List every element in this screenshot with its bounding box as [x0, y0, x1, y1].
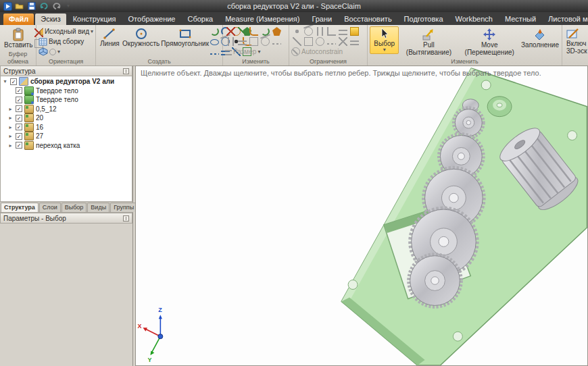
snap-icon[interactable] — [350, 27, 359, 36]
mirror-icon[interactable] — [228, 37, 234, 46]
tab-design[interactable]: Конструкция — [68, 14, 122, 25]
fill-button[interactable]: Заполнение — [520, 26, 560, 50]
select-button[interactable]: Выбор ▾ — [370, 26, 399, 54]
panel-tab-groups[interactable]: Группы — [110, 203, 137, 212]
checkbox[interactable]: ✓ — [16, 133, 22, 140]
expander-closed-icon[interactable]: ▸ — [7, 106, 14, 112]
pattern-icon[interactable] — [272, 43, 281, 45]
pull-button[interactable]: Pull (Вытягивание) — [399, 26, 458, 57]
sketch-view-button[interactable]: Вид сборку — [39, 36, 93, 47]
save-icon[interactable] — [27, 2, 36, 11]
open-icon[interactable] — [15, 2, 24, 11]
group-label-clipboard: Буфер обмена — [0, 51, 36, 66]
offset-constraint-icon[interactable] — [350, 41, 359, 45]
panel-tab-views[interactable]: Виды — [87, 203, 109, 212]
viewport[interactable]: Щелкните объект. Дважды щелкните, чтобы … — [135, 66, 588, 366]
split-icon[interactable] — [272, 27, 281, 36]
tab-workbench[interactable]: Workbench — [450, 14, 498, 25]
tab-repair[interactable]: Восстановить — [339, 14, 397, 25]
coincident-icon[interactable] — [293, 27, 301, 36]
qat-customize-icon[interactable]: ▾ — [64, 2, 73, 11]
tree-item[interactable]: ▸ ✓ переход катка — [1, 141, 132, 151]
tree-item[interactable]: ▸ ✓ 16 — [1, 123, 132, 132]
expander-closed-icon[interactable]: ▸ — [7, 115, 14, 121]
assembly-icon — [19, 77, 28, 86]
window-title: сборка редуктора V2 али - SpaceClaim — [0, 2, 588, 10]
parallel-icon[interactable] — [317, 27, 323, 36]
tree-item[interactable]: ✓ Твердое тело — [1, 86, 132, 96]
tree-item[interactable]: ▸ ✓ 0,5_12 — [1, 105, 132, 114]
tree-item[interactable]: ▸ ✓ 20 — [1, 113, 132, 123]
tree-item-label: 0,5_12 — [36, 105, 57, 113]
checkbox[interactable]: ✓ — [16, 87, 22, 94]
panel-tab-layers[interactable]: Слои — [39, 203, 61, 212]
tab-facets[interactable]: Грани — [306, 14, 337, 25]
checkbox[interactable]: ✓ — [16, 105, 22, 112]
tree-item[interactable]: ▸ ✓ 27 — [1, 132, 132, 141]
tree-item-label: Твердое тело — [36, 96, 78, 103]
extend-icon[interactable] — [238, 27, 247, 36]
horizontal-icon[interactable] — [293, 37, 301, 46]
tangent-constraint-icon[interactable] — [304, 27, 313, 36]
tab-local[interactable]: Местный — [499, 14, 541, 25]
symmetry-icon[interactable] — [339, 37, 347, 46]
tree-item[interactable]: ✓ Твердое тело — [1, 95, 132, 105]
autoconstrain-label: Autoconstrain — [301, 48, 343, 55]
checkbox[interactable]: ✓ — [16, 97, 22, 103]
ribbon: Вставить Буфер обмена Исходный вид ▾ Вид… — [0, 25, 588, 66]
paste-button[interactable]: Вставить — [2, 26, 34, 50]
tab-file[interactable]: Файл — [3, 14, 34, 25]
enable-3d-sketch-button[interactable]: Включ 3D-эск — [564, 26, 586, 56]
redo-icon[interactable] — [51, 2, 61, 11]
tree-item-root[interactable]: ▾ ✓ сборка редуктора V2 али — [1, 77, 132, 86]
size-button[interactable]: Размер ▾ — [225, 47, 287, 57]
rectangle-button[interactable]: Прямоугольник — [161, 26, 210, 57]
autoconstrain-button[interactable]: Autoconstrain — [291, 47, 365, 57]
tangent-modify-icon[interactable] — [261, 37, 270, 46]
home-view-button[interactable]: Исходный вид ▾ — [39, 26, 93, 36]
concentric-icon[interactable] — [316, 37, 324, 46]
midpoint-icon[interactable] — [327, 43, 336, 45]
expander-closed-icon[interactable]: ▸ — [7, 142, 14, 149]
perpendicular-icon[interactable] — [327, 27, 336, 36]
constraint-tools-grid — [291, 26, 365, 47]
view-orientation-button[interactable]: ▾ — [39, 47, 93, 57]
fix-icon[interactable] — [304, 37, 313, 46]
equal-icon[interactable] — [339, 30, 347, 35]
ellipse-icon[interactable] — [210, 39, 219, 45]
undo-icon[interactable] — [39, 2, 49, 11]
spline-icon[interactable] — [210, 27, 219, 36]
trim-icon[interactable] — [226, 27, 235, 36]
tab-sheetmetal[interactable]: Листовой металл — [543, 14, 588, 25]
expander-closed-icon[interactable]: ▸ — [7, 124, 14, 130]
fill-icon — [533, 28, 547, 41]
circle-button[interactable]: Окружность — [122, 26, 161, 57]
checkbox[interactable]: ✓ — [16, 124, 22, 130]
construction-line-icon[interactable] — [210, 53, 219, 55]
pin-icon[interactable] — [123, 215, 129, 221]
move-button[interactable]: Move (Перемещение) — [458, 26, 520, 57]
tab-prepare[interactable]: Подготовка — [399, 14, 449, 25]
checkbox[interactable]: ✓ — [16, 142, 22, 149]
group-label-constraints: Ограничения — [289, 58, 367, 66]
expander-open-icon[interactable]: ▾ — [2, 78, 8, 84]
model-canvas[interactable]: Z X Y — [136, 66, 587, 365]
panel-tab-selection[interactable]: Выбор — [62, 203, 87, 212]
sketch-view-label: Вид сборку — [49, 38, 84, 45]
panel-tab-structure[interactable]: Структура — [1, 203, 39, 212]
tab-measure[interactable]: Measure (Измерения) — [220, 14, 305, 25]
pin-icon[interactable] — [123, 68, 129, 74]
coordinate-triad[interactable]: Z X Y — [137, 307, 162, 363]
checkbox[interactable]: ✓ — [16, 115, 22, 122]
group-label-modify-sketch: Изменить — [223, 58, 289, 66]
copy-curve-icon[interactable] — [238, 41, 247, 45]
tab-assembly[interactable]: Сборка — [182, 14, 218, 25]
scale-icon[interactable] — [249, 37, 258, 46]
fillet-icon[interactable] — [249, 27, 258, 36]
line-button[interactable]: Линия — [98, 26, 122, 57]
tab-display[interactable]: Отображение — [123, 14, 181, 25]
tab-sketch[interactable]: Эскиз — [35, 14, 66, 25]
checkbox[interactable]: ✓ — [10, 78, 17, 85]
app-logo-icon[interactable] — [3, 2, 12, 11]
expander-closed-icon[interactable]: ▸ — [7, 133, 14, 139]
